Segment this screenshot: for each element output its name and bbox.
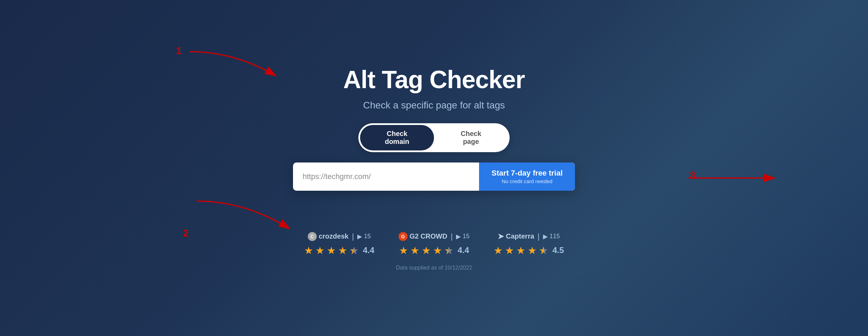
annotation-2-label: 2 xyxy=(183,227,189,239)
review-g2crowd: G G2 CROWD | ▶ 15 ★ ★ ★ ★ ★ xyxy=(399,232,470,256)
toggle-container: Check domain Check page xyxy=(358,123,510,152)
url-input[interactable] xyxy=(293,162,479,191)
reviews-section: C crozdesk | ▶ 15 ★ ★ ★ ★ ★ xyxy=(304,232,564,271)
g2crowd-logo: G G2 CROWD xyxy=(399,232,447,241)
url-input-row: Start 7-day free trial No credit card ne… xyxy=(293,162,575,191)
crozdesk-stars: ★ ★ ★ ★ ★ ★ 4.4 xyxy=(304,244,374,256)
annotation-3-label: 3 xyxy=(690,169,695,181)
review-logos-row: C crozdesk | ▶ 15 ★ ★ ★ ★ ★ xyxy=(304,232,564,256)
check-domain-button[interactable]: Check domain xyxy=(360,125,434,150)
review-crozdesk: C crozdesk | ▶ 15 ★ ★ ★ ★ ★ xyxy=(304,232,374,256)
capterra-logo: ➤ Capterra xyxy=(498,232,534,241)
data-supplied-text: Data supplied as of 10/12/2022 xyxy=(396,265,472,271)
page-title: Alt Tag Checker xyxy=(343,65,525,94)
crozdesk-logo: C crozdesk xyxy=(308,232,349,241)
cta-sub-label: No credit card needed xyxy=(502,178,553,184)
check-page-button[interactable]: Check page xyxy=(434,125,508,150)
page-subtitle: Check a specific page for alt tags xyxy=(363,100,505,111)
annotation-1-label: 1 xyxy=(176,45,182,56)
cta-button[interactable]: Start 7-day free trial No credit card ne… xyxy=(479,162,575,191)
cta-main-label: Start 7-day free trial xyxy=(491,169,563,178)
capterra-stars: ★ ★ ★ ★ ★ ★ 4.5 xyxy=(493,244,564,256)
g2crowd-stars: ★ ★ ★ ★ ★ ★ 4.4 xyxy=(399,244,469,256)
review-capterra: ➤ Capterra | ▶ 115 ★ ★ ★ ★ ★ xyxy=(493,232,564,256)
